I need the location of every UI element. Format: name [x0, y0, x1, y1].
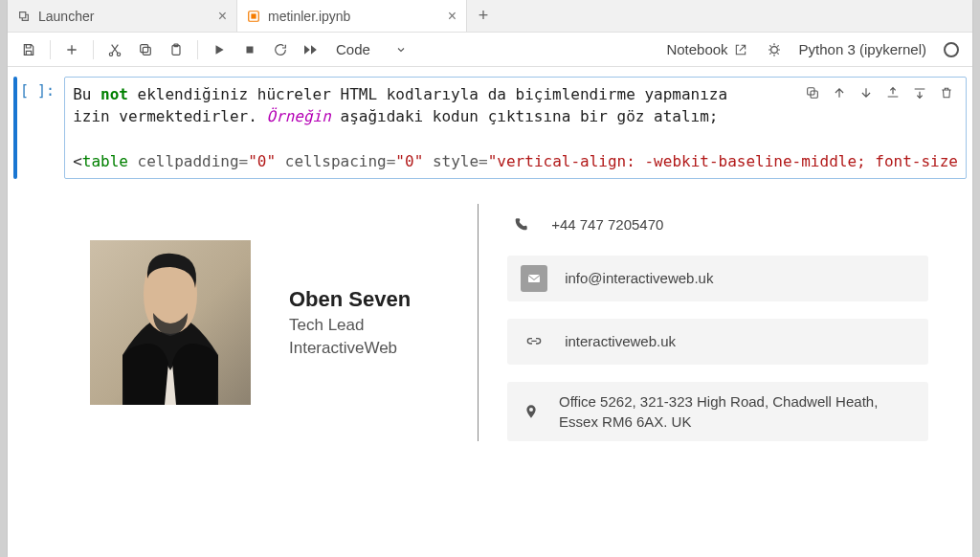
- copy-button[interactable]: [132, 36, 159, 63]
- link-icon: [521, 328, 547, 355]
- signature-company: InteractiveWeb: [289, 339, 411, 358]
- cell-body[interactable]: Bu not eklendiğiniz hücreler HTML kodlar…: [64, 77, 967, 179]
- cell-type-select[interactable]: Code: [328, 37, 414, 61]
- delete-cell-button[interactable]: [937, 83, 956, 102]
- tab-label: Launcher: [38, 9, 211, 24]
- contact-phone-text: +44 747 7205470: [551, 214, 663, 234]
- move-down-button[interactable]: [857, 83, 876, 102]
- insert-cell-button[interactable]: [58, 36, 85, 63]
- restart-button[interactable]: [267, 36, 294, 63]
- paste-button[interactable]: [163, 36, 189, 63]
- mail-icon: [521, 265, 547, 292]
- contact-email: info@interactiveweb.uk: [507, 256, 928, 301]
- notebook-toolbar: Code Notebook Python 3 (ipykernel): [8, 33, 972, 67]
- kernel-select[interactable]: Python 3 (ipykernel): [791, 41, 934, 57]
- svg-point-9: [770, 46, 777, 53]
- code-cell[interactable]: [ ]: Bu not eklendiğiniz hücreler HTML k…: [13, 77, 967, 179]
- signature-role: Tech Lead: [289, 316, 411, 335]
- cell-type-label: Code: [336, 41, 370, 57]
- launcher-icon: [17, 10, 31, 23]
- svg-rect-4: [141, 44, 148, 52]
- cell-toolbar: [799, 81, 960, 104]
- insert-below-button[interactable]: [910, 83, 929, 102]
- tab-label: metinler.ipynb: [268, 9, 440, 24]
- notebook-mode-label: Notebook: [666, 41, 727, 57]
- signature-name: Oben Seven: [289, 287, 411, 312]
- insert-above-button[interactable]: [883, 83, 902, 102]
- tab-launcher[interactable]: Launcher ×: [8, 0, 237, 32]
- location-icon: [521, 398, 542, 425]
- cut-button[interactable]: [101, 36, 128, 63]
- vertical-divider: [478, 204, 479, 441]
- run-button[interactable]: [206, 36, 233, 63]
- restart-run-all-button[interactable]: [298, 36, 324, 63]
- open-notebook-button[interactable]: Notebook: [657, 41, 756, 57]
- move-up-button[interactable]: [830, 83, 849, 102]
- contact-address-text: Office 5262, 321-323 High Road, Chadwell…: [559, 391, 915, 432]
- signature-card: Oben Seven Tech Lead InteractiveWeb +44 …: [90, 204, 928, 441]
- contact-website: interactiveweb.uk: [507, 319, 928, 365]
- interrupt-button[interactable]: [236, 36, 263, 63]
- contact-address: Office 5262, 321-323 High Road, Chadwell…: [507, 382, 928, 441]
- duplicate-cell-button[interactable]: [803, 83, 822, 102]
- contact-email-text: info@interactiveweb.uk: [565, 268, 713, 288]
- cell-output: Oben Seven Tech Lead InteractiveWeb +44 …: [13, 187, 967, 470]
- svg-point-2: [109, 53, 112, 56]
- tab-bar: Launcher × metinler.ipynb × +: [8, 0, 972, 33]
- notebook-area: [ ]: Bu not eklendiğiniz hücreler HTML k…: [8, 67, 972, 557]
- cell-prompt: [ ]:: [17, 77, 64, 179]
- svg-rect-5: [143, 47, 150, 55]
- external-link-icon: [734, 43, 747, 56]
- contact-phone: +44 747 7205470: [507, 212, 928, 238]
- tab-notebook[interactable]: metinler.ipynb ×: [237, 0, 467, 32]
- phone-icon: [507, 212, 534, 238]
- save-button[interactable]: [15, 36, 42, 63]
- svg-rect-1: [251, 13, 256, 18]
- close-icon[interactable]: ×: [448, 9, 457, 24]
- close-icon[interactable]: ×: [218, 9, 227, 24]
- debugger-button[interactable]: [761, 36, 788, 63]
- add-tab-button[interactable]: +: [467, 6, 500, 26]
- chevron-down-icon: [395, 44, 407, 56]
- notebook-icon: [247, 10, 260, 23]
- svg-rect-13: [528, 275, 540, 282]
- kernel-status-idle-icon: [944, 42, 959, 57]
- svg-point-3: [117, 53, 120, 56]
- contact-website-text: interactiveweb.uk: [565, 331, 676, 351]
- svg-rect-8: [247, 46, 254, 53]
- avatar: [90, 240, 251, 405]
